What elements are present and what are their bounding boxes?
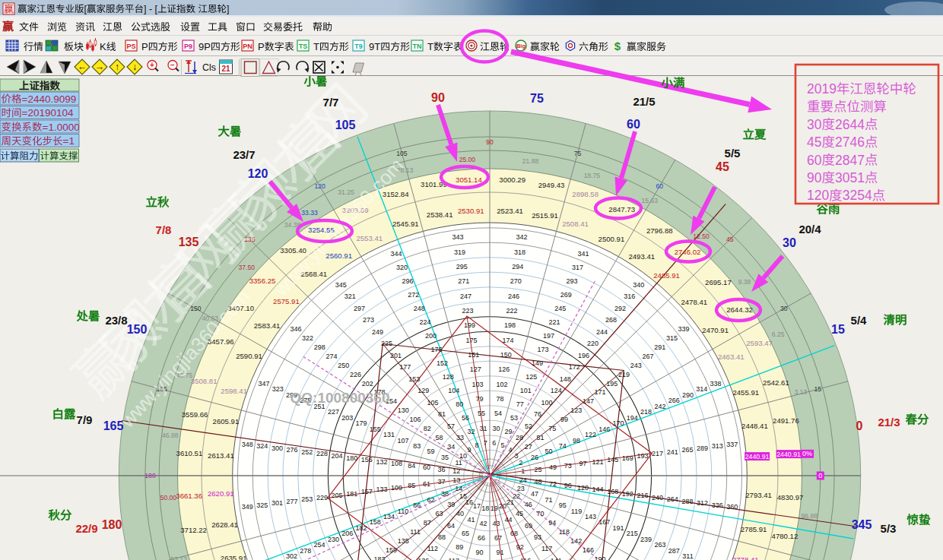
svg-text:340: 340 [633, 281, 644, 289]
svg-text:133: 133 [376, 486, 387, 493]
svg-text:242: 242 [654, 403, 665, 410]
svg-text:317: 317 [572, 264, 583, 271]
svg-text:4780.12: 4780.12 [772, 532, 799, 540]
svg-text:123: 123 [570, 407, 582, 414]
svg-text:2493.41: 2493.41 [628, 252, 655, 261]
svg-text:90: 90 [807, 170, 822, 185]
svg-text:34: 34 [447, 443, 455, 451]
svg-text:PN: PN [243, 43, 252, 50]
svg-text:67: 67 [494, 534, 502, 542]
svg-text:Cls: Cls [202, 62, 216, 73]
svg-text:221: 221 [549, 318, 560, 326]
svg-text:167: 167 [599, 518, 610, 526]
svg-text:=1: =1 [63, 135, 75, 147]
svg-text:203: 203 [341, 414, 353, 422]
svg-text:2620.91: 2620.91 [208, 489, 234, 498]
svg-text:338: 338 [710, 380, 722, 388]
svg-text:312: 312 [697, 499, 708, 507]
svg-text:2778.41: 2778.41 [732, 555, 759, 560]
svg-text:205: 205 [331, 492, 342, 499]
svg-text:9: 9 [468, 446, 472, 454]
svg-text:252: 252 [301, 448, 313, 456]
svg-text:61: 61 [423, 480, 430, 488]
svg-text:89: 89 [456, 543, 463, 551]
svg-text:102: 102 [497, 381, 508, 388]
svg-text:84: 84 [408, 462, 415, 470]
svg-text:2553.41: 2553.41 [356, 234, 383, 242]
svg-text:50: 50 [545, 448, 552, 455]
svg-text:99: 99 [560, 416, 568, 423]
svg-text:204: 204 [331, 452, 342, 460]
svg-text:144: 144 [592, 486, 603, 493]
svg-text:90: 90 [486, 138, 494, 146]
svg-text:30: 30 [783, 236, 796, 249]
svg-text:K: K [100, 41, 106, 52]
svg-text:274: 274 [325, 353, 337, 360]
svg-text:25.00: 25.00 [459, 156, 476, 163]
svg-text:5/4: 5/4 [851, 314, 868, 327]
svg-text:131: 131 [383, 431, 395, 438]
svg-text:200: 200 [425, 332, 437, 340]
svg-text:323: 323 [272, 385, 284, 393]
svg-text:3610.51: 3610.51 [176, 449, 203, 457]
svg-text:120: 120 [315, 182, 326, 190]
svg-text:56: 56 [462, 414, 469, 422]
svg-text:=1.00000: =1.00000 [43, 122, 86, 133]
svg-text:2508.41: 2508.41 [562, 220, 589, 228]
svg-text:165: 165 [103, 419, 124, 432]
svg-text:244: 244 [596, 328, 608, 336]
svg-text:166: 166 [583, 546, 594, 554]
svg-text:2: 2 [519, 459, 522, 467]
svg-text:70: 70 [536, 510, 544, 517]
svg-text:300: 300 [271, 445, 283, 452]
svg-text:96: 96 [564, 482, 572, 489]
svg-text:287: 287 [668, 547, 680, 555]
svg-text:68: 68 [510, 530, 518, 537]
svg-text:155: 155 [370, 426, 381, 433]
svg-text:90: 90 [475, 549, 483, 556]
svg-text:87: 87 [424, 519, 431, 527]
svg-text:43: 43 [492, 520, 500, 527]
svg-text:2628.41: 2628.41 [211, 520, 238, 529]
svg-text:18.75: 18.75 [584, 172, 601, 179]
svg-text:135: 135 [398, 537, 409, 545]
svg-text:196: 196 [578, 352, 589, 359]
svg-text:2530.91: 2530.91 [458, 207, 484, 215]
svg-text:33.33: 33.33 [301, 209, 318, 217]
svg-text:21/5: 21/5 [633, 95, 655, 108]
svg-text:269: 269 [560, 291, 572, 299]
svg-text:2485.91: 2485.91 [653, 271, 680, 280]
svg-text:60: 60 [807, 153, 822, 168]
svg-text:Big: Big [516, 43, 526, 49]
svg-text:2542.61: 2542.61 [763, 378, 789, 387]
svg-text:2593.47: 2593.47 [746, 339, 773, 347]
svg-text:198: 198 [504, 321, 516, 329]
svg-text:35: 35 [441, 454, 449, 461]
svg-text:199: 199 [464, 321, 475, 329]
svg-text:77: 77 [516, 400, 524, 408]
svg-text:122: 122 [585, 431, 596, 438]
svg-text:343: 343 [452, 233, 463, 241]
svg-text:75: 75 [548, 425, 556, 432]
svg-text:72: 72 [549, 480, 557, 488]
svg-text:TN: TN [413, 43, 422, 50]
svg-text:T9: T9 [354, 43, 363, 50]
svg-text:2545.91: 2545.91 [392, 220, 419, 228]
svg-text:294: 294 [512, 263, 523, 271]
svg-text:2515.91: 2515.91 [532, 211, 558, 220]
svg-text:219: 219 [618, 371, 630, 378]
svg-text:2598.41: 2598.41 [221, 387, 247, 395]
svg-text:267: 267 [642, 353, 653, 360]
svg-text:2644: 2644 [835, 117, 865, 132]
svg-text:118: 118 [559, 528, 570, 536]
svg-text:94: 94 [548, 519, 556, 527]
svg-text:81: 81 [438, 410, 446, 418]
svg-text:2949.43: 2949.43 [538, 181, 565, 189]
svg-text:121: 121 [592, 458, 603, 466]
svg-text:152: 152 [437, 359, 448, 367]
svg-text:92: 92 [516, 543, 524, 551]
svg-text:228: 228 [316, 450, 328, 457]
svg-text:3: 3 [515, 452, 519, 460]
svg-text:P: P [258, 41, 265, 52]
svg-text:292: 292 [614, 305, 626, 312]
